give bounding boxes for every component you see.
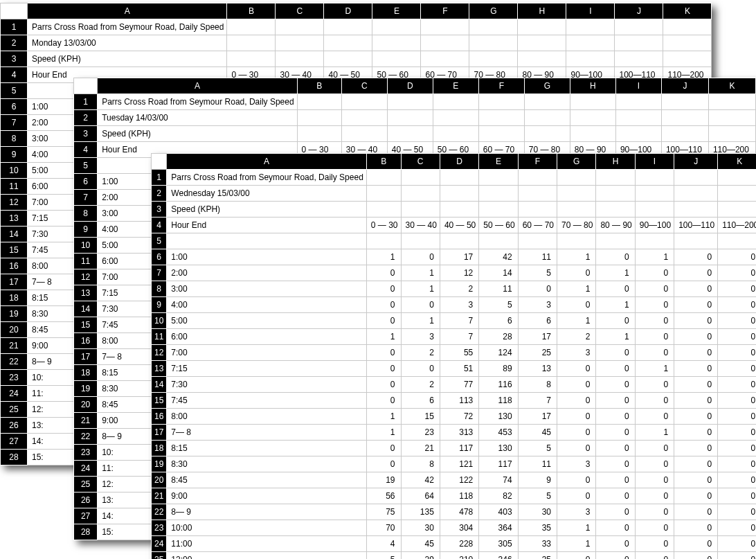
col-header-E[interactable]: E: [372, 3, 421, 19]
col-header-E[interactable]: E: [479, 154, 518, 170]
cell[interactable]: 89: [479, 361, 518, 377]
row-header[interactable]: 18: [152, 441, 167, 456]
cell[interactable]: 0: [635, 377, 674, 393]
cell[interactable]: [615, 35, 663, 51]
row-header[interactable]: 10: [1, 163, 28, 179]
cell[interactable]: 0: [635, 345, 674, 361]
cell[interactable]: 5: [518, 488, 557, 504]
cell[interactable]: 403: [479, 504, 518, 520]
cell[interactable]: [433, 94, 478, 110]
cell[interactable]: [557, 186, 596, 202]
cell[interactable]: 364: [479, 520, 518, 536]
cell[interactable]: 0: [366, 377, 401, 393]
cell[interactable]: 35: [518, 552, 557, 560]
row-header[interactable]: 17: [152, 425, 167, 441]
row-header[interactable]: 11: [1, 179, 28, 195]
cell[interactable]: 8:15: [167, 441, 366, 456]
row-header[interactable]: 18: [74, 365, 98, 381]
row-header[interactable]: 25: [152, 552, 167, 560]
cell[interactable]: [167, 233, 366, 249]
cell[interactable]: 0: [718, 297, 756, 313]
cell[interactable]: 2: [557, 329, 596, 345]
cell[interactable]: 29: [401, 552, 440, 560]
cell[interactable]: 19: [366, 472, 401, 488]
cell[interactable]: [615, 51, 663, 67]
cell[interactable]: 8: [518, 377, 557, 393]
cell[interactable]: 3: [557, 345, 596, 361]
cell[interactable]: 7:00: [167, 345, 366, 361]
cell[interactable]: 6: [479, 313, 518, 329]
cell[interactable]: 0: [366, 297, 401, 313]
cell[interactable]: 0: [557, 297, 596, 313]
cell[interactable]: [341, 126, 387, 142]
cell[interactable]: 9:00: [167, 488, 366, 504]
cell[interactable]: 453: [479, 425, 518, 441]
cell[interactable]: [276, 35, 324, 51]
cell[interactable]: 0: [718, 472, 756, 488]
row-header[interactable]: 1: [152, 170, 167, 186]
cell[interactable]: [324, 35, 372, 51]
cell[interactable]: [440, 233, 478, 249]
cell[interactable]: [718, 233, 756, 249]
cell[interactable]: [479, 233, 518, 249]
cell[interactable]: 21: [401, 441, 440, 456]
cell[interactable]: [635, 233, 674, 249]
cell[interactable]: 0: [635, 504, 674, 520]
cell[interactable]: Parrs Cross Road from Seymour Road, Dail…: [28, 19, 227, 35]
cell[interactable]: 3: [440, 297, 478, 313]
row-header[interactable]: 21: [1, 338, 28, 354]
cell[interactable]: 9: [518, 472, 557, 488]
row-header[interactable]: 28: [1, 450, 28, 465]
row-header[interactable]: 19: [1, 306, 28, 322]
row-header[interactable]: 8: [152, 281, 167, 297]
cell[interactable]: 7— 8: [167, 425, 366, 441]
cell[interactable]: 42: [401, 472, 440, 488]
cell[interactable]: [366, 202, 401, 218]
col-header-I[interactable]: I: [566, 3, 615, 19]
row-header[interactable]: 20: [74, 397, 98, 413]
cell[interactable]: 1: [635, 425, 674, 441]
row-header[interactable]: 4: [152, 218, 167, 233]
cell[interactable]: 0: [674, 361, 718, 377]
cell[interactable]: 0: [596, 393, 635, 409]
col-header-A[interactable]: A: [167, 154, 366, 170]
cell[interactable]: [518, 202, 557, 218]
row-header[interactable]: 25: [74, 477, 98, 493]
cell[interactable]: 0: [635, 456, 674, 472]
cell[interactable]: [341, 94, 387, 110]
cell[interactable]: 8:30: [167, 456, 366, 472]
cell[interactable]: 30: [518, 504, 557, 520]
row-header[interactable]: 9: [1, 147, 28, 163]
cell[interactable]: [674, 186, 718, 202]
cell[interactable]: 0: [674, 488, 718, 504]
cell[interactable]: 0: [718, 441, 756, 456]
cell[interactable]: [518, 186, 557, 202]
row-header[interactable]: 24: [74, 461, 98, 477]
cell[interactable]: 2: [401, 345, 440, 361]
cell[interactable]: 0: [635, 313, 674, 329]
row-header[interactable]: 26: [74, 493, 98, 508]
row-header[interactable]: 23: [152, 520, 167, 536]
cell[interactable]: 116: [479, 377, 518, 393]
cell[interactable]: 0: [635, 441, 674, 456]
cell[interactable]: 1: [557, 249, 596, 265]
row-header[interactable]: 12: [74, 269, 98, 285]
row-header[interactable]: 21: [74, 413, 98, 429]
cell[interactable]: [708, 110, 755, 126]
cell[interactable]: 0: [366, 393, 401, 409]
cell[interactable]: 50 — 60: [479, 218, 518, 233]
cell[interactable]: 7:45: [167, 393, 366, 409]
cell[interactable]: [421, 51, 469, 67]
row-header[interactable]: 16: [152, 409, 167, 425]
cell[interactable]: 90—100: [635, 218, 674, 233]
cell[interactable]: [479, 170, 518, 186]
cell[interactable]: 5: [518, 441, 557, 456]
col-header-H[interactable]: H: [596, 154, 635, 170]
cell[interactable]: [372, 51, 421, 67]
cell[interactable]: [518, 51, 566, 67]
cell[interactable]: 0: [635, 329, 674, 345]
cell[interactable]: 0: [518, 281, 557, 297]
cell[interactable]: 117: [440, 441, 478, 456]
cell[interactable]: 1: [366, 425, 401, 441]
cell[interactable]: [661, 110, 708, 126]
